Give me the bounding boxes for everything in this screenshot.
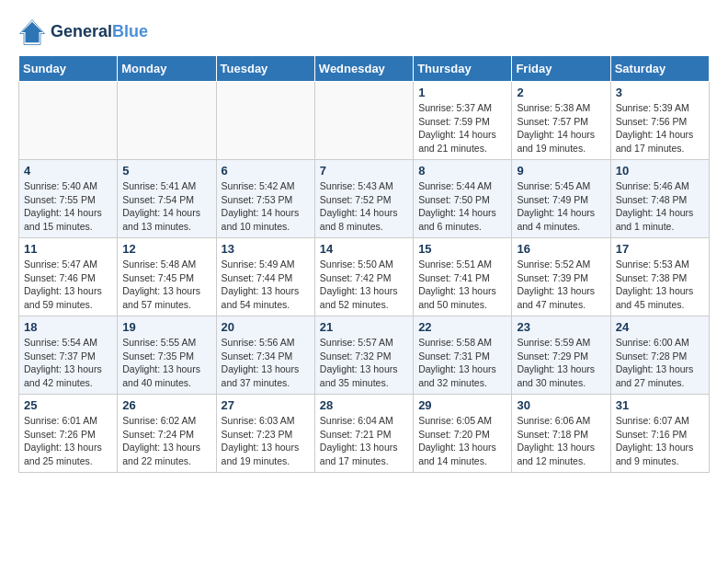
day-info: Sunrise: 5:39 AM Sunset: 7:56 PM Dayligh… xyxy=(616,101,704,155)
day-number: 16 xyxy=(517,242,605,256)
day-number: 10 xyxy=(616,164,704,178)
calendar-cell: 20Sunrise: 5:56 AM Sunset: 7:34 PM Dayli… xyxy=(216,316,314,395)
calendar-cell: 23Sunrise: 5:59 AM Sunset: 7:29 PM Dayli… xyxy=(512,316,610,395)
day-info: Sunrise: 5:55 AM Sunset: 7:35 PM Dayligh… xyxy=(122,336,210,390)
day-number: 6 xyxy=(222,164,310,178)
calendar-cell: 29Sunrise: 6:05 AM Sunset: 7:20 PM Dayli… xyxy=(414,395,512,473)
week-row-2: 4Sunrise: 5:40 AM Sunset: 7:55 PM Daylig… xyxy=(19,160,710,238)
calendar-cell: 8Sunrise: 5:44 AM Sunset: 7:50 PM Daylig… xyxy=(414,160,512,238)
day-info: Sunrise: 5:43 AM Sunset: 7:52 PM Dayligh… xyxy=(320,179,408,234)
svg-marker-0 xyxy=(22,22,43,43)
day-info: Sunrise: 5:42 AM Sunset: 7:53 PM Dayligh… xyxy=(222,179,310,234)
calendar-cell: 26Sunrise: 6:02 AM Sunset: 7:24 PM Dayli… xyxy=(118,395,216,473)
calendar-cell: 9Sunrise: 5:45 AM Sunset: 7:49 PM Daylig… xyxy=(512,160,610,238)
calendar-cell: 22Sunrise: 5:58 AM Sunset: 7:31 PM Dayli… xyxy=(414,316,512,395)
day-info: Sunrise: 6:00 AM Sunset: 7:28 PM Dayligh… xyxy=(616,336,704,390)
calendar-cell: 2Sunrise: 5:38 AM Sunset: 7:57 PM Daylig… xyxy=(512,82,610,160)
day-number: 7 xyxy=(320,164,408,178)
week-row-3: 11Sunrise: 5:47 AM Sunset: 7:46 PM Dayli… xyxy=(19,238,710,316)
calendar-cell: 28Sunrise: 6:04 AM Sunset: 7:21 PM Dayli… xyxy=(314,395,413,473)
calendar-cell: 13Sunrise: 5:49 AM Sunset: 7:44 PM Dayli… xyxy=(216,238,314,316)
day-number: 9 xyxy=(517,164,605,178)
day-number: 8 xyxy=(418,164,506,178)
day-number: 5 xyxy=(122,164,210,178)
day-info: Sunrise: 6:03 AM Sunset: 7:23 PM Dayligh… xyxy=(222,414,310,468)
day-number: 2 xyxy=(517,86,605,99)
day-number: 31 xyxy=(616,398,704,412)
calendar-header-row: SundayMondayTuesdayWednesdayThursdayFrid… xyxy=(19,56,710,82)
day-info: Sunrise: 6:04 AM Sunset: 7:21 PM Dayligh… xyxy=(320,414,408,468)
calendar-cell: 21Sunrise: 5:57 AM Sunset: 7:32 PM Dayli… xyxy=(314,316,413,395)
day-info: Sunrise: 5:47 AM Sunset: 7:46 PM Dayligh… xyxy=(24,258,112,312)
calendar-cell xyxy=(118,82,216,160)
calendar-cell: 12Sunrise: 5:48 AM Sunset: 7:45 PM Dayli… xyxy=(118,238,216,316)
logo: GeneralBlue xyxy=(18,18,148,46)
day-number: 3 xyxy=(616,86,704,99)
day-info: Sunrise: 5:40 AM Sunset: 7:55 PM Dayligh… xyxy=(24,179,112,234)
day-number: 13 xyxy=(222,242,310,256)
calendar-cell: 16Sunrise: 5:52 AM Sunset: 7:39 PM Dayli… xyxy=(512,238,610,316)
day-info: Sunrise: 5:56 AM Sunset: 7:34 PM Dayligh… xyxy=(222,336,310,390)
day-number: 23 xyxy=(517,320,605,334)
day-info: Sunrise: 5:50 AM Sunset: 7:42 PM Dayligh… xyxy=(320,258,408,312)
calendar-cell: 18Sunrise: 5:54 AM Sunset: 7:37 PM Dayli… xyxy=(19,316,118,395)
day-info: Sunrise: 5:46 AM Sunset: 7:48 PM Dayligh… xyxy=(616,179,704,234)
day-number: 15 xyxy=(418,242,506,256)
calendar-cell: 6Sunrise: 5:42 AM Sunset: 7:53 PM Daylig… xyxy=(216,160,314,238)
day-info: Sunrise: 6:01 AM Sunset: 7:26 PM Dayligh… xyxy=(24,414,112,468)
calendar-cell: 30Sunrise: 6:06 AM Sunset: 7:18 PM Dayli… xyxy=(512,395,610,473)
day-number: 28 xyxy=(320,398,408,412)
day-info: Sunrise: 5:45 AM Sunset: 7:49 PM Dayligh… xyxy=(517,179,605,234)
calendar-cell: 19Sunrise: 5:55 AM Sunset: 7:35 PM Dayli… xyxy=(118,316,216,395)
day-number: 30 xyxy=(517,398,605,412)
calendar-table: SundayMondayTuesdayWednesdayThursdayFrid… xyxy=(18,55,710,473)
calendar-cell: 14Sunrise: 5:50 AM Sunset: 7:42 PM Dayli… xyxy=(314,238,413,316)
header-thursday: Thursday xyxy=(414,56,512,82)
day-number: 11 xyxy=(24,242,112,256)
day-number: 27 xyxy=(222,398,310,412)
calendar-cell xyxy=(19,82,118,160)
day-info: Sunrise: 5:38 AM Sunset: 7:57 PM Dayligh… xyxy=(517,101,605,155)
day-number: 21 xyxy=(320,320,408,334)
calendar-cell: 25Sunrise: 6:01 AM Sunset: 7:26 PM Dayli… xyxy=(19,395,118,473)
day-info: Sunrise: 6:07 AM Sunset: 7:16 PM Dayligh… xyxy=(616,414,704,468)
day-number: 12 xyxy=(122,242,210,256)
day-info: Sunrise: 6:05 AM Sunset: 7:20 PM Dayligh… xyxy=(418,414,506,468)
day-number: 22 xyxy=(418,320,506,334)
calendar-cell: 7Sunrise: 5:43 AM Sunset: 7:52 PM Daylig… xyxy=(314,160,413,238)
calendar-cell: 31Sunrise: 6:07 AM Sunset: 7:16 PM Dayli… xyxy=(610,395,709,473)
day-info: Sunrise: 5:52 AM Sunset: 7:39 PM Dayligh… xyxy=(517,258,605,312)
calendar-cell: 11Sunrise: 5:47 AM Sunset: 7:46 PM Dayli… xyxy=(19,238,118,316)
calendar-cell: 24Sunrise: 6:00 AM Sunset: 7:28 PM Dayli… xyxy=(610,316,709,395)
header-saturday: Saturday xyxy=(610,56,709,82)
week-row-1: 1Sunrise: 5:37 AM Sunset: 7:59 PM Daylig… xyxy=(19,82,710,160)
calendar-cell: 10Sunrise: 5:46 AM Sunset: 7:48 PM Dayli… xyxy=(610,160,709,238)
calendar-cell: 5Sunrise: 5:41 AM Sunset: 7:54 PM Daylig… xyxy=(118,160,216,238)
calendar-cell xyxy=(216,82,314,160)
day-number: 24 xyxy=(616,320,704,334)
page-header: GeneralBlue xyxy=(18,18,710,46)
day-number: 4 xyxy=(24,164,112,178)
day-info: Sunrise: 5:48 AM Sunset: 7:45 PM Dayligh… xyxy=(122,258,210,312)
day-number: 29 xyxy=(418,398,506,412)
calendar-cell: 15Sunrise: 5:51 AM Sunset: 7:41 PM Dayli… xyxy=(414,238,512,316)
calendar-cell: 4Sunrise: 5:40 AM Sunset: 7:55 PM Daylig… xyxy=(19,160,118,238)
day-info: Sunrise: 5:51 AM Sunset: 7:41 PM Dayligh… xyxy=(418,258,506,312)
day-number: 25 xyxy=(24,398,112,412)
day-info: Sunrise: 6:02 AM Sunset: 7:24 PM Dayligh… xyxy=(122,414,210,468)
week-row-4: 18Sunrise: 5:54 AM Sunset: 7:37 PM Dayli… xyxy=(19,316,710,395)
day-info: Sunrise: 5:44 AM Sunset: 7:50 PM Dayligh… xyxy=(418,179,506,234)
week-row-5: 25Sunrise: 6:01 AM Sunset: 7:26 PM Dayli… xyxy=(19,395,710,473)
day-info: Sunrise: 5:53 AM Sunset: 7:38 PM Dayligh… xyxy=(616,258,704,312)
day-number: 1 xyxy=(418,86,506,99)
day-info: Sunrise: 5:37 AM Sunset: 7:59 PM Dayligh… xyxy=(418,101,506,155)
day-info: Sunrise: 5:54 AM Sunset: 7:37 PM Dayligh… xyxy=(24,336,112,390)
day-number: 20 xyxy=(222,320,310,334)
calendar-cell: 3Sunrise: 5:39 AM Sunset: 7:56 PM Daylig… xyxy=(610,82,709,160)
calendar-cell: 27Sunrise: 6:03 AM Sunset: 7:23 PM Dayli… xyxy=(216,395,314,473)
calendar-cell: 17Sunrise: 5:53 AM Sunset: 7:38 PM Dayli… xyxy=(610,238,709,316)
header-friday: Friday xyxy=(512,56,610,82)
calendar-cell xyxy=(314,82,413,160)
header-wednesday: Wednesday xyxy=(314,56,413,82)
calendar-cell: 1Sunrise: 5:37 AM Sunset: 7:59 PM Daylig… xyxy=(414,82,512,160)
